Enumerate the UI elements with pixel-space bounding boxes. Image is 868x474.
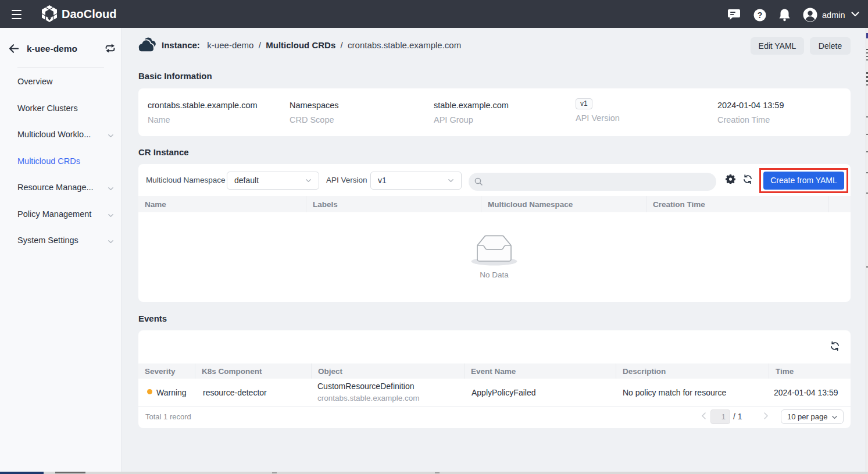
svg-text:?: ? [758,10,763,20]
